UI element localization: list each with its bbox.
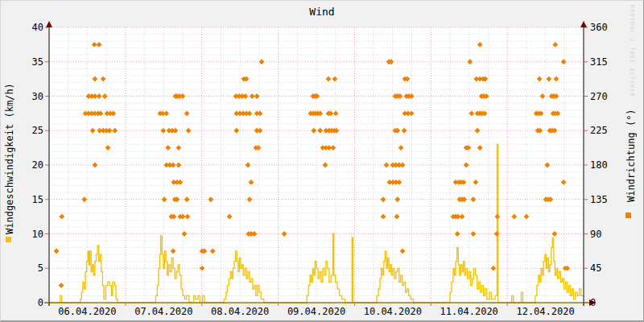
svg-text:10: 10 [32, 229, 43, 240]
svg-text:90: 90 [590, 229, 601, 240]
svg-text:0: 0 [38, 297, 43, 308]
svg-text:35: 35 [32, 56, 43, 68]
svg-text:06.04.2020: 06.04.2020 [58, 306, 116, 317]
plot-canvas: 0510152025303540045901351802252703153600… [1, 1, 644, 322]
date-labels: 06.04.202007.04.202008.04.202009.04.2020… [58, 306, 574, 317]
svg-text:360: 360 [590, 22, 608, 33]
svg-text:11.04.2020: 11.04.2020 [440, 306, 498, 317]
svg-text:135: 135 [590, 194, 608, 205]
svg-text:20: 20 [32, 159, 43, 171]
svg-text:08.04.2020: 08.04.2020 [211, 306, 269, 317]
svg-text:0: 0 [590, 297, 596, 308]
svg-text:45: 45 [590, 262, 601, 274]
svg-text:270: 270 [590, 91, 608, 102]
svg-text:07.04.2020: 07.04.2020 [134, 306, 192, 317]
svg-text:09.04.2020: 09.04.2020 [287, 306, 345, 317]
svg-text:30: 30 [32, 91, 43, 102]
svg-text:180: 180 [590, 159, 608, 171]
svg-text:12.04.2020: 12.04.2020 [516, 306, 574, 317]
svg-text:40: 40 [32, 22, 43, 33]
svg-text:5: 5 [38, 262, 43, 274]
svg-text:10.04.2020: 10.04.2020 [364, 306, 422, 317]
svg-text:25: 25 [32, 125, 43, 136]
svg-text:15: 15 [32, 194, 43, 205]
svg-text:225: 225 [590, 125, 608, 136]
wind-chart: Wind Windgeschwindigkeit (km/h) Windrich… [0, 0, 644, 322]
svg-text:315: 315 [590, 56, 608, 68]
